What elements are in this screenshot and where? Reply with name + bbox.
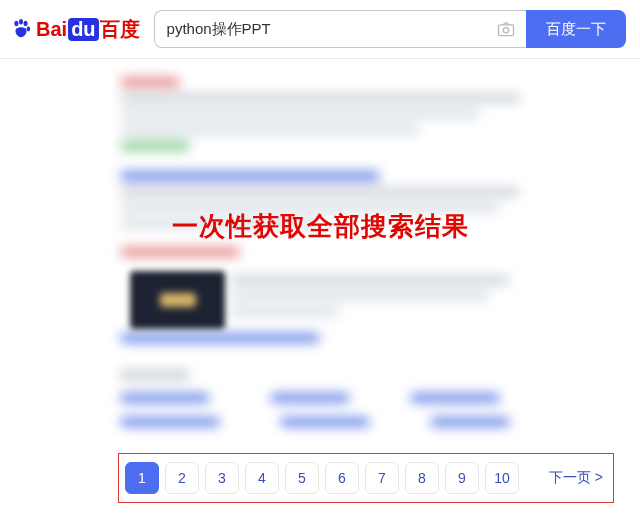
svg-point-5 — [503, 28, 508, 33]
svg-point-2 — [24, 21, 28, 27]
next-page-button[interactable]: 下一页 > — [545, 463, 607, 493]
page-8-button[interactable]: 8 — [405, 462, 439, 494]
logo-text-cn: 百度 — [100, 16, 140, 43]
pagination: 1 2 3 4 5 6 7 8 9 10 下一页 > — [118, 453, 614, 503]
camera-icon[interactable] — [496, 19, 516, 39]
search-button[interactable]: 百度一下 — [526, 10, 626, 48]
page-6-button[interactable]: 6 — [325, 462, 359, 494]
page-3-button[interactable]: 3 — [205, 462, 239, 494]
page-1-button[interactable]: 1 — [125, 462, 159, 494]
logo-text-bai: Bai — [36, 18, 67, 41]
paw-icon — [10, 18, 32, 40]
svg-rect-4 — [499, 25, 514, 36]
page-2-button[interactable]: 2 — [165, 462, 199, 494]
search-input[interactable] — [165, 20, 496, 39]
page-9-button[interactable]: 9 — [445, 462, 479, 494]
search-box — [154, 10, 526, 48]
search-wrap: 百度一下 — [154, 10, 626, 48]
result-thumbnail — [130, 271, 225, 329]
results-area: 一次性获取全部搜索结果 — [0, 59, 640, 439]
header: Baidu百度 百度一下 — [0, 0, 640, 59]
svg-point-1 — [19, 19, 23, 25]
baidu-logo[interactable]: Baidu百度 — [10, 16, 140, 43]
page-7-button[interactable]: 7 — [365, 462, 399, 494]
page-10-button[interactable]: 10 — [485, 462, 519, 494]
logo-text-du: du — [68, 18, 98, 41]
page-4-button[interactable]: 4 — [245, 462, 279, 494]
svg-point-0 — [14, 21, 18, 27]
blurred-results — [120, 77, 620, 433]
page-5-button[interactable]: 5 — [285, 462, 319, 494]
overlay-caption: 一次性获取全部搜索结果 — [0, 209, 640, 244]
svg-point-3 — [27, 27, 31, 32]
